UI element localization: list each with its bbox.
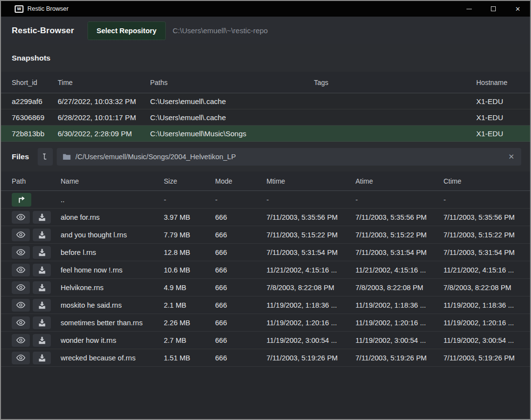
minimize-button[interactable] [457, 1, 481, 17]
parent-directory-row: ..----- [1, 191, 530, 209]
download-file-button[interactable] [33, 352, 51, 364]
select-repository-button[interactable]: Select Repository [88, 21, 166, 40]
file-actions [12, 211, 61, 224]
file-ctime: 11/19/2002, 1:20:16 ... [443, 319, 524, 327]
file-path-input[interactable]: /C/Users/emuell/Music/Songs/2004_Helveti… [57, 148, 521, 166]
preview-file-button[interactable] [12, 211, 30, 224]
close-button[interactable]: ✕ [506, 1, 530, 17]
snapshots-column-short_id: Short_id [12, 79, 58, 86]
window-title: Restic Browser [27, 5, 68, 12]
file-mode: 666 [215, 266, 266, 274]
snapshot-short-id: 72b813bb [12, 129, 58, 138]
download-file-button[interactable] [33, 211, 51, 224]
download-icon [38, 319, 46, 327]
download-file-button[interactable] [33, 246, 51, 259]
snapshot-row[interactable]: a2299af66/27/2022, 10:03:32 PMC:\Users\e… [1, 93, 530, 109]
go-up-icon [17, 196, 26, 204]
download-file-button[interactable] [33, 264, 51, 276]
file-ctime: - [443, 196, 524, 204]
file-row: before l.rns12.8 MB6667/11/2003, 5:31:54… [1, 244, 530, 261]
download-icon [38, 231, 46, 239]
snapshot-time: 6/30/2022, 2:28:09 PM [58, 129, 150, 138]
files-title: Files [12, 152, 29, 161]
eye-icon [16, 319, 25, 326]
preview-file-button[interactable] [12, 229, 30, 241]
clear-path-icon[interactable]: ✕ [507, 152, 515, 161]
snapshots-table-body: a2299af66/27/2022, 10:03:32 PMC:\Users\e… [1, 93, 530, 142]
file-mode: - [215, 196, 266, 204]
file-name: before l.rns [61, 249, 164, 256]
file-mode: 666 [215, 319, 266, 327]
preview-file-button[interactable] [12, 264, 30, 276]
download-file-button[interactable] [33, 229, 51, 241]
file-row: Helvikone.rns4.9 MB6667/8/2003, 8:22:08 … [1, 279, 530, 296]
file-ctime: 7/8/2003, 8:22:08 PM [443, 284, 524, 292]
download-icon [38, 249, 46, 256]
download-file-button[interactable] [33, 334, 51, 347]
file-ctime: 7/11/2003, 5:15:22 PM [443, 231, 524, 239]
preview-file-button[interactable] [12, 299, 30, 312]
file-size: 2.26 MB [164, 319, 215, 327]
file-atime: 7/11/2003, 5:15:22 PM [355, 231, 443, 239]
file-mtime: 7/11/2003, 5:19:26 PM [266, 354, 355, 362]
file-mode: 666 [215, 354, 266, 362]
download-icon [38, 336, 46, 344]
snapshot-time: 6/28/2022, 10:01:17 PM [58, 113, 150, 122]
file-name: wonder how it.rns [61, 336, 164, 344]
file-actions [12, 246, 61, 259]
preview-file-button[interactable] [12, 334, 30, 347]
download-icon [38, 354, 46, 362]
file-atime: 11/19/2002, 1:20:16 ... [355, 319, 443, 327]
files-column-atime: Atime [355, 177, 443, 185]
file-mtime: 7/11/2003, 5:15:22 PM [266, 231, 355, 239]
download-icon [38, 213, 46, 221]
preview-file-button[interactable] [12, 352, 30, 364]
file-mode: 666 [215, 249, 266, 256]
window-controls: ✕ [457, 1, 530, 17]
file-mtime: 7/8/2003, 8:22:08 PM [266, 284, 355, 292]
file-name: Helvikone.rns [61, 284, 164, 292]
file-mode: 666 [215, 301, 266, 309]
snapshots-column-time: Time [58, 79, 150, 86]
app-header: Restic-Browser Select Repository C:\User… [1, 17, 530, 44]
file-size: 7.79 MB [164, 231, 215, 239]
snapshots-table-header: Short_idTimePathsTagsHostname [1, 72, 530, 93]
file-size: 4.9 MB [164, 284, 215, 292]
file-actions [12, 352, 61, 364]
file-atime: 11/21/2002, 4:15:16 ... [355, 266, 443, 274]
file-atime: 11/19/2002, 3:00:54 ... [355, 336, 443, 344]
eye-icon [16, 266, 25, 273]
files-table-body: ..-----alone for.rns3.97 MB6667/11/2003,… [1, 191, 530, 367]
preview-file-button[interactable] [12, 281, 30, 294]
file-mode: 666 [215, 231, 266, 239]
tree-view-toggle-button[interactable] [38, 148, 53, 166]
file-actions [12, 334, 61, 347]
maximize-button[interactable] [481, 1, 506, 17]
file-row: moskito he said.rns2.1 MB66611/19/2002, … [1, 296, 530, 314]
snapshot-paths: C:\Users\emuell\.cache [150, 113, 314, 122]
file-size: 3.97 MB [164, 213, 215, 221]
file-actions [12, 316, 61, 329]
repository-path-text: C:\Users\emuell\~\restic-repo [173, 26, 268, 35]
file-mode: 666 [215, 213, 266, 221]
file-mode: 666 [215, 336, 266, 344]
eye-icon [16, 301, 25, 309]
file-mtime: 7/11/2003, 5:35:56 PM [266, 213, 355, 221]
minimize-icon [466, 9, 472, 9]
snapshot-short-id: 76306869 [12, 113, 58, 122]
snapshot-row[interactable]: 763068696/28/2022, 10:01:17 PMC:\Users\e… [1, 109, 530, 126]
file-mtime: 11/19/2002, 1:20:16 ... [266, 319, 355, 327]
file-atime: 11/19/2002, 1:18:36 ... [355, 301, 443, 309]
preview-file-button[interactable] [12, 316, 30, 329]
eye-icon [16, 336, 25, 344]
snapshot-row[interactable]: 72b813bb6/30/2022, 2:28:09 PMC:\Users\em… [1, 126, 530, 142]
file-row: wonder how it.rns2.7 MB66611/19/2002, 3:… [1, 332, 530, 349]
download-file-button[interactable] [33, 281, 51, 294]
snapshots-column-hostname: Hostname [476, 79, 521, 86]
preview-file-button[interactable] [12, 246, 30, 259]
file-size: 10.6 MB [164, 266, 215, 274]
file-mtime: - [266, 196, 355, 204]
download-file-button[interactable] [33, 316, 51, 329]
download-file-button[interactable] [33, 299, 51, 312]
go-up-button[interactable] [12, 193, 31, 207]
